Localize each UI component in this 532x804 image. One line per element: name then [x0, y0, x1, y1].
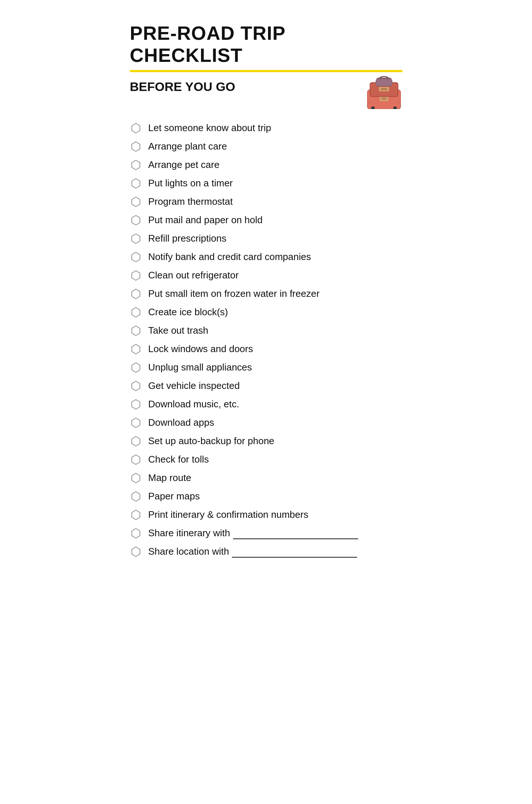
item-label: Get vehicle inspected: [148, 380, 240, 392]
list-item: Refill prescriptions: [130, 231, 402, 247]
item-label: Refill prescriptions: [148, 232, 226, 245]
hex-checkbox-icon[interactable]: [130, 288, 142, 300]
hex-checkbox-icon[interactable]: [130, 214, 142, 226]
item-label: Share itinerary with: [148, 527, 230, 540]
list-item: Lock windows and doors: [130, 341, 402, 357]
hex-checkbox-icon[interactable]: [130, 325, 142, 337]
hex-checkbox-icon[interactable]: [130, 509, 142, 521]
item-label: Print itinerary & confirmation numbers: [148, 509, 309, 521]
item-label: Paper maps: [148, 490, 200, 503]
checklist: Let someone know about tripArrange plant…: [130, 120, 402, 560]
hex-checkbox-icon[interactable]: [130, 454, 142, 466]
list-item: Download apps: [130, 415, 402, 431]
item-label: Arrange pet care: [148, 159, 220, 171]
hex-checkbox-icon[interactable]: [130, 380, 142, 392]
svg-rect-3: [381, 98, 387, 100]
item-label: Take out trash: [148, 324, 208, 337]
item-label: Create ice block(s): [148, 306, 228, 319]
svg-marker-29: [132, 418, 140, 428]
svg-marker-35: [132, 529, 140, 538]
item-label: Download apps: [148, 417, 214, 429]
list-item: Paper maps: [130, 488, 402, 505]
svg-marker-20: [132, 252, 140, 262]
hex-checkbox-icon[interactable]: [130, 546, 142, 558]
svg-marker-14: [132, 142, 140, 151]
hex-checkbox-icon[interactable]: [130, 233, 142, 245]
section-title: BEFORE YOU GO: [130, 80, 236, 94]
svg-marker-13: [132, 123, 140, 133]
svg-marker-34: [132, 510, 140, 520]
item-label: Share location with: [148, 545, 229, 558]
share-location-input[interactable]: [232, 545, 357, 558]
item-label: Unplug small appliances: [148, 361, 252, 374]
svg-rect-9: [376, 79, 392, 86]
hex-checkbox-icon[interactable]: [130, 435, 142, 447]
svg-marker-31: [132, 455, 140, 464]
hex-checkbox-icon[interactable]: [130, 362, 142, 373]
item-label: Lock windows and doors: [148, 343, 253, 355]
list-item: Arrange plant care: [130, 138, 402, 155]
list-item: Get vehicle inspected: [130, 378, 402, 394]
hex-checkbox-icon[interactable]: [130, 122, 142, 134]
list-item: Set up auto-backup for phone: [130, 433, 402, 449]
svg-marker-26: [132, 363, 140, 372]
hex-checkbox-icon[interactable]: [130, 251, 142, 263]
hex-checkbox-icon[interactable]: [130, 343, 142, 355]
svg-marker-19: [132, 234, 140, 243]
list-item: Download music, etc.: [130, 396, 402, 412]
svg-marker-21: [132, 271, 140, 280]
hex-checkbox-icon[interactable]: [130, 472, 142, 484]
item-label: Map route: [148, 472, 191, 484]
item-label: Set up auto-backup for phone: [148, 435, 275, 447]
list-item: Unplug small appliances: [130, 359, 402, 376]
hex-checkbox-icon[interactable]: [130, 270, 142, 281]
list-item[interactable]: Share location with: [130, 544, 402, 560]
header-row: BEFORE YOU GO: [130, 80, 402, 109]
svg-marker-25: [132, 344, 140, 354]
hex-checkbox-icon[interactable]: [130, 417, 142, 429]
list-item: Print itinerary & confirmation numbers: [130, 507, 402, 523]
hex-checkbox-icon[interactable]: [130, 159, 142, 171]
hex-checkbox-icon[interactable]: [130, 527, 142, 539]
item-label: Check for tolls: [148, 453, 209, 466]
svg-rect-8: [381, 88, 387, 90]
svg-marker-36: [132, 547, 140, 557]
item-label: Let someone know about trip: [148, 122, 271, 134]
hex-checkbox-icon[interactable]: [130, 306, 142, 318]
hex-checkbox-icon[interactable]: [130, 178, 142, 189]
list-item: Put mail and paper on hold: [130, 212, 402, 228]
svg-marker-33: [132, 492, 140, 501]
page-title: PRE-ROAD TRIP CHECKLIST: [130, 22, 402, 66]
item-label: Put lights on a timer: [148, 177, 233, 190]
luggage-icon: [366, 76, 402, 109]
hex-checkbox-icon[interactable]: [130, 399, 142, 410]
svg-marker-23: [132, 308, 140, 317]
hex-checkbox-icon[interactable]: [130, 196, 142, 208]
list-item: Clean out refrigerator: [130, 267, 402, 284]
svg-marker-32: [132, 473, 140, 483]
list-item: Put lights on a timer: [130, 175, 402, 192]
item-label: Clean out refrigerator: [148, 269, 239, 282]
item-label: Put small item on frozen water in freeze…: [148, 288, 320, 300]
list-item[interactable]: Share itinerary with: [130, 525, 402, 541]
hex-checkbox-icon[interactable]: [130, 141, 142, 152]
list-item: Notify bank and credit card companies: [130, 249, 402, 265]
svg-marker-16: [132, 179, 140, 188]
yellow-divider: [130, 70, 402, 72]
list-item: Map route: [130, 470, 402, 486]
item-label: Notify bank and credit card companies: [148, 251, 311, 263]
list-item: Let someone know about trip: [130, 120, 402, 136]
item-label: Arrange plant care: [148, 140, 227, 153]
hex-checkbox-icon[interactable]: [130, 491, 142, 502]
svg-marker-18: [132, 215, 140, 225]
list-item: Take out trash: [130, 323, 402, 339]
item-label: Put mail and paper on hold: [148, 214, 263, 227]
svg-marker-24: [132, 326, 140, 336]
svg-marker-30: [132, 436, 140, 446]
share-itinerary-input[interactable]: [233, 527, 358, 539]
svg-marker-22: [132, 289, 140, 299]
item-label: Program thermostat: [148, 196, 233, 208]
list-item: Check for tolls: [130, 452, 402, 468]
list-item: Program thermostat: [130, 194, 402, 210]
svg-marker-17: [132, 197, 140, 207]
